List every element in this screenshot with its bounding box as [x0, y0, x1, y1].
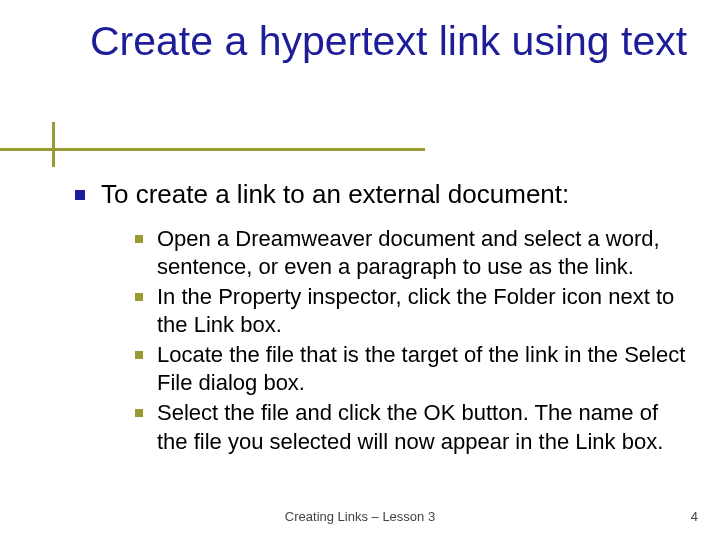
footer-text: Creating Links – Lesson 3 — [0, 509, 720, 524]
list-item: To create a link to an external document… — [75, 178, 692, 211]
title-area: Create a hypertext link using text — [0, 0, 720, 65]
square-bullet-icon — [135, 235, 143, 243]
square-bullet-icon — [135, 293, 143, 301]
step-text: In the Property inspector, click the Fol… — [157, 283, 692, 339]
step-text: Locate the file that is the target of th… — [157, 341, 692, 397]
lead-text: To create a link to an external document… — [101, 178, 569, 211]
square-bullet-icon — [135, 409, 143, 417]
page-number: 4 — [691, 509, 698, 524]
step-text: Open a Dreamweaver document and select a… — [157, 225, 692, 281]
slide-title: Create a hypertext link using text — [90, 18, 690, 65]
step-text: Select the file and click the OK button.… — [157, 399, 692, 455]
sub-list: Open a Dreamweaver document and select a… — [135, 225, 692, 456]
list-item: Select the file and click the OK button.… — [135, 399, 692, 455]
square-bullet-icon — [75, 190, 85, 200]
square-bullet-icon — [135, 351, 143, 359]
list-item: Locate the file that is the target of th… — [135, 341, 692, 397]
body-content: To create a link to an external document… — [75, 178, 692, 458]
title-underline-vertical — [52, 122, 55, 167]
list-item: In the Property inspector, click the Fol… — [135, 283, 692, 339]
list-item: Open a Dreamweaver document and select a… — [135, 225, 692, 281]
slide: Create a hypertext link using text To cr… — [0, 0, 720, 540]
title-underline-horizontal — [0, 148, 425, 151]
